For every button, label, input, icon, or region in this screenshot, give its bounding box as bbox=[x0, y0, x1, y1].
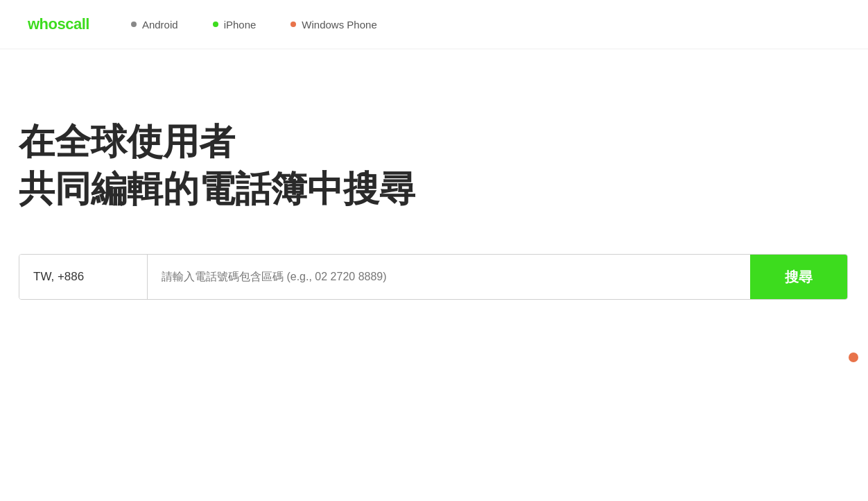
main-content: 在全球使用者 共同編輯的電話簿中搜尋 TW, +886 搜尋 bbox=[0, 49, 868, 300]
android-dot-icon bbox=[131, 22, 137, 27]
windows-dot-icon bbox=[290, 22, 296, 27]
iphone-dot-icon bbox=[213, 22, 218, 27]
phone-search-input[interactable] bbox=[148, 255, 750, 299]
nav-item-android[interactable]: Android bbox=[131, 19, 178, 31]
search-button-label: 搜尋 bbox=[785, 268, 813, 287]
headline-line1: 在全球使用者 bbox=[19, 121, 235, 162]
orange-dot-decoration bbox=[849, 353, 858, 362]
nav-label-android: Android bbox=[142, 19, 178, 31]
search-box: TW, +886 搜尋 bbox=[19, 254, 848, 300]
nav-label-iphone: iPhone bbox=[224, 19, 257, 31]
headline: 在全球使用者 共同編輯的電話簿中搜尋 bbox=[19, 119, 868, 212]
logo[interactable]: whoscall bbox=[28, 15, 89, 33]
nav-label-windows: Windows Phone bbox=[302, 19, 376, 31]
search-button[interactable]: 搜尋 bbox=[750, 255, 847, 299]
nav-item-iphone[interactable]: iPhone bbox=[213, 19, 257, 31]
nav: Android iPhone Windows Phone bbox=[131, 19, 377, 31]
country-code-label: TW, +886 bbox=[33, 270, 84, 284]
nav-item-windows-phone[interactable]: Windows Phone bbox=[290, 19, 376, 31]
headline-line2: 共同編輯的電話簿中搜尋 bbox=[19, 169, 415, 209]
country-selector[interactable]: TW, +886 bbox=[19, 255, 148, 299]
header: whoscall Android iPhone Windows Phone bbox=[0, 0, 868, 49]
